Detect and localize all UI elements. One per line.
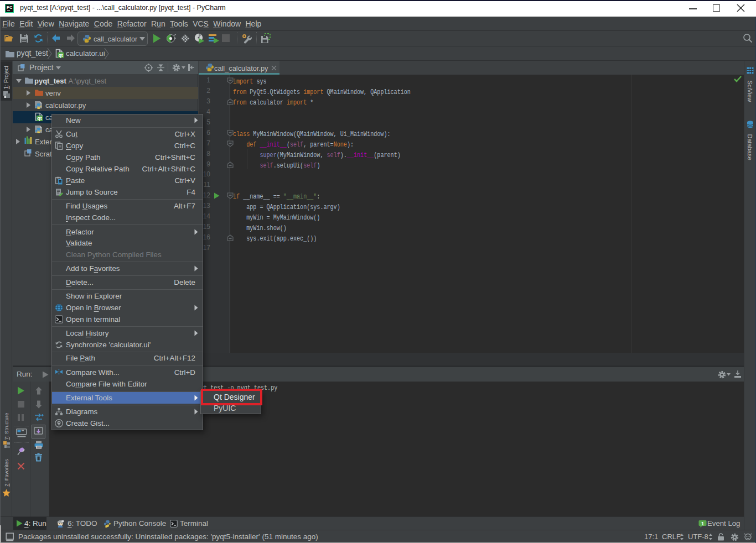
svg-text:1: 1	[701, 521, 704, 526]
svg-text:qt: qt	[59, 53, 63, 58]
svg-text:qt: qt	[37, 116, 42, 121]
